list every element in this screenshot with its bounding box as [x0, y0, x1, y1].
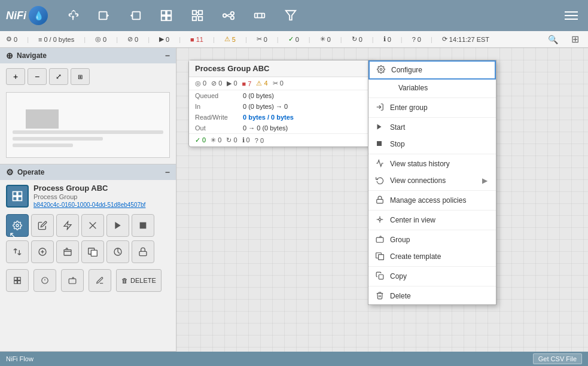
refresh-value: 0: [359, 36, 362, 43]
center-in-view-menu-label: Center in view: [390, 216, 435, 224]
pg-readwrite-label: Read/Write: [195, 114, 243, 121]
stop-menu-label: Stop: [390, 140, 405, 148]
details-operate-button[interactable]: [33, 269, 56, 292]
menu-item-copy[interactable]: Copy: [368, 268, 496, 285]
svg-rect-7: [199, 11, 202, 14]
disabled-value: 0: [135, 36, 138, 43]
edit2-operate-button[interactable]: [89, 269, 111, 292]
search-button[interactable]: 🔍: [548, 35, 558, 44]
operate-icon-header: ⚙: [6, 167, 14, 177]
fit-screen-button[interactable]: ⤢: [49, 68, 68, 85]
menu-divider-6: [368, 230, 496, 230]
start-operate-button[interactable]: [106, 214, 129, 237]
enable-operate-button[interactable]: [56, 214, 79, 237]
app-name: NiFi: [6, 10, 26, 22]
upload-icon[interactable]: [62, 5, 84, 26]
menu-item-start[interactable]: Start: [368, 119, 496, 136]
svg-rect-9: [199, 17, 202, 20]
connect-icon[interactable]: [218, 5, 239, 26]
expand-icon[interactable]: [187, 5, 208, 26]
zoom-in-button[interactable]: +: [6, 68, 25, 85]
copy-menu-label: Copy: [390, 272, 407, 280]
menu-item-center-in-view[interactable]: Center in view: [368, 212, 496, 228]
component-type: Process Group: [33, 193, 145, 200]
start-menu-label: Start: [390, 123, 405, 132]
template-icon[interactable]: [156, 5, 177, 26]
delete-icon: 🗑: [121, 277, 128, 284]
create-template-menu-icon: [376, 252, 384, 262]
transfer-operate-button[interactable]: [6, 240, 29, 263]
menu-item-manage-access-policies[interactable]: Manage access policies: [368, 192, 496, 209]
refresh-status: ↻ 0: [352, 35, 362, 43]
operate-buttons-row2: [0, 240, 176, 267]
nav-right-icon[interactable]: [93, 5, 115, 26]
operate-buttons-row1: ↖: [0, 211, 176, 240]
funnel-icon[interactable]: [280, 5, 301, 26]
center-in-view-menu-icon: [376, 215, 384, 225]
stop-operate-button[interactable]: [132, 214, 154, 237]
color-operate-button[interactable]: [106, 240, 129, 263]
connections-status: ◎ 0: [95, 35, 106, 43]
menu-item-configure[interactable]: Configure: [368, 60, 496, 80]
nav-left-icon[interactable]: [124, 5, 146, 26]
disable-operate-button[interactable]: [81, 214, 104, 237]
group-operate-button[interactable]: [56, 240, 79, 263]
expand-view-button[interactable]: ⊞: [568, 32, 582, 47]
minimap[interactable]: [6, 92, 170, 158]
actual-size-button[interactable]: ⊞: [71, 68, 90, 85]
process-group-title: Process Group ABC: [195, 64, 270, 73]
canvas[interactable]: Process Group ABC ◎ 0 ⊘ 0 ▶ 0 ■ 7 ⚠ 4 ✂ …: [176, 48, 588, 352]
clock-icon: ⟳: [442, 35, 447, 43]
menu-item-group[interactable]: Group: [368, 231, 496, 248]
invalid-icon: ■: [190, 36, 194, 43]
pipe-icon[interactable]: [249, 5, 270, 26]
configure-operate-button[interactable]: ↖: [6, 214, 29, 237]
menu-divider-3: [368, 154, 496, 154]
navigate-controls: + − ⤢ ⊞: [0, 63, 176, 90]
svg-rect-36: [91, 250, 97, 256]
svg-point-12: [223, 14, 227, 17]
pg-readwrite-value: 0 bytes / 0 bytes: [243, 114, 294, 121]
app-logo[interactable]: NiFi 💧: [6, 6, 48, 25]
invalid-status: ■ 11: [190, 36, 203, 43]
menu-item-variables[interactable]: Variables: [368, 80, 496, 96]
policy-operate-button[interactable]: [132, 240, 154, 263]
process-group-box[interactable]: Process Group ABC ◎ 0 ⊘ 0 ▶ 0 ■ 7 ⚠ 4 ✂ …: [188, 60, 374, 147]
group3-operate-button[interactable]: [61, 269, 84, 292]
operate-collapse-button[interactable]: −: [165, 167, 170, 177]
add-operate-button[interactable]: [31, 240, 54, 263]
pg-out-label: Out: [195, 124, 243, 132]
operate-delete-row: 🗑 DELETE: [0, 267, 176, 294]
menu-item-enter-group[interactable]: Enter group: [368, 99, 496, 116]
stopped-icon: ▶: [159, 35, 164, 43]
menu-item-create-template[interactable]: Create template: [368, 248, 496, 265]
clock-status: ⟳ 14:11:27 EST: [442, 35, 489, 43]
svg-rect-5: [167, 16, 171, 20]
svg-rect-38: [139, 251, 147, 255]
svg-marker-26: [64, 221, 71, 229]
hamburger-menu-button[interactable]: [560, 5, 582, 26]
svg-rect-30: [140, 222, 147, 229]
pg-bottom-row: ✓ 0 ✳ 0 ↻ 0 ℹ 0 ? 0: [189, 133, 373, 147]
menu-item-view-status-history[interactable]: View status history: [368, 155, 496, 172]
navigate-collapse-button[interactable]: −: [165, 51, 170, 60]
menu-item-stop[interactable]: Stop: [368, 136, 496, 152]
ungroup-operate-button[interactable]: [81, 240, 104, 263]
menu-item-view-connections[interactable]: View connections ▶: [368, 172, 496, 189]
process-group-status-row: ◎ 0 ⊘ 0 ▶ 0 ■ 7 ⚠ 4 ✂ 0: [189, 77, 373, 90]
menu-divider-8: [368, 286, 496, 286]
delete-button[interactable]: 🗑 DELETE: [116, 269, 162, 292]
svg-rect-39: [14, 277, 17, 280]
zoom-out-button[interactable]: −: [28, 68, 47, 85]
configure-menu-label: Configure: [391, 66, 422, 74]
svg-marker-20: [286, 11, 296, 20]
pg-queued-label: Queued: [195, 92, 243, 99]
pg-in-row: In 0 (0 bytes) → 0: [189, 101, 373, 112]
configure-menu-icon: [377, 65, 385, 75]
component-id[interactable]: b8420c4c-0160-1000-04dd-51d8eb4507bf: [33, 202, 145, 208]
menu-item-delete[interactable]: Delete: [368, 288, 496, 304]
hamburger-line-2: [565, 15, 578, 16]
edit-operate-button[interactable]: [31, 214, 54, 237]
group2-operate-button[interactable]: [6, 269, 29, 292]
get-csv-button[interactable]: Get CSV File: [533, 353, 582, 364]
